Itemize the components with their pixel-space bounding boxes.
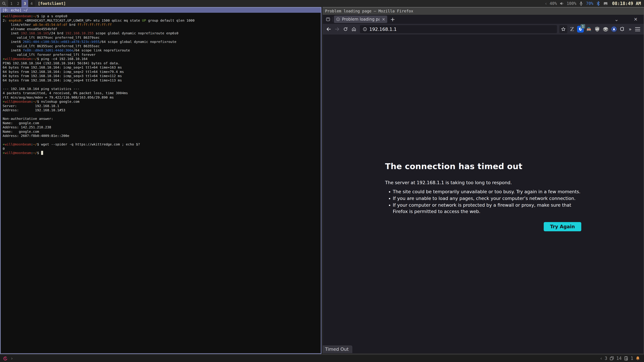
terminal-text-segment: will@moonbeam <box>5 151 31 155</box>
terminal-line <box>3 112 321 117</box>
terminal-text-segment: will@moonbeam <box>5 142 31 146</box>
info-favicon <box>336 17 340 21</box>
app-menu-button[interactable] <box>634 25 641 33</box>
mic-level[interactable]: 100% <box>567 1 576 6</box>
bitwarden-extension-icon[interactable]: 1 <box>577 25 584 33</box>
terminal-text-segment: brd <box>67 23 77 27</box>
terminal-line: --- 192.168.10.164 ping statistics --- <box>3 87 321 91</box>
close-window-icon[interactable]: ✕ <box>634 16 638 22</box>
terminal-line: Address: 192.168.10.1#53 <box>3 108 321 112</box>
terminal-text-segment: ~/ <box>33 57 37 61</box>
terminal-line: link/ether a8:5e:45:54:bf:df brd ff:ff:f… <box>3 23 321 27</box>
terminal-cursor <box>41 151 43 155</box>
goggles-extension-icon[interactable] <box>585 25 592 33</box>
error-subtitle: The server at 192.168.1.1 is taking too … <box>385 180 581 185</box>
search-button[interactable] <box>0 0 8 7</box>
terminal-text-segment: : <box>31 14 33 18</box>
ublock-origin-extension-icon[interactable]: uO <box>594 25 601 33</box>
terminal-text-segment: <BROADCAST,MULTICAST,UP,LOWER_UP> mtu 15… <box>23 18 142 22</box>
eu-lock-icon <box>611 26 617 32</box>
terminal-text-segment: UP <box>142 18 146 22</box>
notification-bell-icon[interactable] <box>635 356 640 361</box>
terminal-text-segment: ~/ <box>33 99 37 104</box>
workspace-1[interactable]: 1 <box>8 0 15 7</box>
status-tooltip: Timed Out <box>323 346 352 353</box>
terminal-text-segment: will@moonbeam <box>5 99 31 104</box>
reload-icon <box>343 27 348 32</box>
notification-count: 1 <box>630 356 633 361</box>
site-info-icon[interactable] <box>362 27 367 31</box>
terminal-output[interactable]: +will@moonbeam:~/$ ip a s enp6s02: enp6s… <box>1 13 321 155</box>
clipboard-history-icon[interactable] <box>624 356 628 361</box>
firefox-titlebar[interactable]: Problem loading page — Mozilla Firefox <box>323 7 644 15</box>
launcher-expand-chevron[interactable]: › <box>10 356 13 361</box>
terminal-line: 4 packets transmitted, 4 received, 0% pa… <box>3 91 321 95</box>
terminal-line: valid_lft 86379sec preferred_lft 86379se… <box>3 35 321 40</box>
terminal-text-segment: inet <box>3 31 21 35</box>
workspace-2[interactable]: 2 <box>15 0 22 7</box>
terminal-text-segment: /64 scope global dynamic noprefixroute <box>100 40 176 44</box>
terminal-text-segment: $ wget --spider -q https://wkittredge.co… <box>37 142 140 146</box>
terminal-text-segment: ~/ <box>33 14 37 18</box>
home-button[interactable] <box>350 25 358 33</box>
terminal-text-segment: 4 packets transmitted, 4 received, 0% pa… <box>3 91 128 95</box>
list-all-tabs-chevron-icon[interactable]: ⌄ <box>614 16 618 22</box>
reload-button[interactable] <box>342 25 349 33</box>
terminal-line: PING 192.168.10.164 (192.168.10.164) 56(… <box>3 61 321 65</box>
terminal-text-segment: Name: google.com <box>3 130 39 134</box>
error-bullet-list: The site could be temporarily unavailabl… <box>385 189 581 215</box>
terminal-line: Address: 2607:f8b0:4009:81e::200e <box>3 134 321 138</box>
ethernet-icon[interactable] <box>603 1 608 6</box>
terminal-text-segment: inet6 <box>3 40 23 44</box>
firefox-tab-bar: Problem loading page × + ⌄ ✕ <box>323 15 644 24</box>
goggles-character-icon <box>586 26 592 32</box>
overflow-menu-chevron[interactable]: » <box>629 26 631 32</box>
bluetooth-battery-level[interactable]: 70% <box>586 1 593 6</box>
volume-level[interactable]: 40% <box>550 1 557 6</box>
privacy-badger-extension-icon[interactable] <box>602 25 609 33</box>
terminal-text-segment: PING 192.168.10.164 (192.168.10.164) 56(… <box>3 61 120 65</box>
terminal-line: inet6 fe80::d0e8:3d01:44dd:366e/64 scope… <box>3 48 321 53</box>
terminal-line: +will@moonbeam:~/$ ping -c4 192.168.10.1… <box>3 57 321 61</box>
terminal-text-segment: : <box>31 151 33 155</box>
terminal-text-segment: : <box>31 142 33 146</box>
url-bar[interactable]: 192.168.1.1 <box>360 25 557 33</box>
tab-close-icon[interactable]: × <box>381 17 385 22</box>
url-text[interactable]: 192.168.1.1 <box>369 27 397 32</box>
back-button[interactable] <box>325 25 332 33</box>
forward-icon <box>334 26 340 32</box>
terminal-text-segment: 0 <box>3 147 5 151</box>
new-tab-button[interactable]: + <box>390 16 395 23</box>
terminal-text-segment: inet6 <box>3 48 23 52</box>
terminal-text-segment: Name: google.com <box>3 121 39 125</box>
terminal-line: Non-authoritative answer: <box>3 117 321 121</box>
debian-launcher-icon[interactable] <box>3 356 8 361</box>
terminal-text-segment: Server: 192.168.10.1 <box>3 104 59 108</box>
terminal-line: rtt min/avg/max/mdev = 79.422/116.908/16… <box>3 95 321 100</box>
ublock-label: uO <box>596 28 599 30</box>
terminal-text-segment: ~/ <box>33 142 37 146</box>
tab-problem-loading-page[interactable]: Problem loading page × <box>334 15 387 23</box>
zotero-extension-icon[interactable]: Z <box>568 25 576 33</box>
tray-expand-chevron[interactable]: ‹ <box>600 356 603 361</box>
windows-stack-icon[interactable] <box>609 356 614 361</box>
try-again-button[interactable]: Try Again <box>544 222 581 231</box>
puzzle-piece-icon <box>620 27 625 32</box>
terminal-text-segment: + <box>3 57 5 61</box>
terminal-text-segment: : <box>31 99 33 104</box>
bookmark-button[interactable] <box>559 25 567 33</box>
microphone-icon <box>578 1 584 6</box>
extensions-button[interactable] <box>619 25 626 33</box>
workspace-4[interactable]: 4 <box>28 0 35 7</box>
firefox-view-button[interactable] <box>324 15 332 23</box>
eu-consent-extension-icon[interactable] <box>610 25 618 33</box>
terminal-text-segment: --- 192.168.10.164 ping statistics --- <box>3 87 80 91</box>
forward-button[interactable] <box>334 25 341 33</box>
workspace-3-active[interactable]: 3 <box>22 0 28 7</box>
window-count: 3 <box>604 356 607 361</box>
error-bullet: The site could be temporarily unavailabl… <box>393 189 581 195</box>
terminal-line: Address: 142.251.210.238 <box>3 125 321 130</box>
hamburger-menu-icon <box>635 27 640 31</box>
bluetooth-icon <box>596 1 601 6</box>
tray-collapse-chevron[interactable]: ‹ <box>545 1 548 6</box>
